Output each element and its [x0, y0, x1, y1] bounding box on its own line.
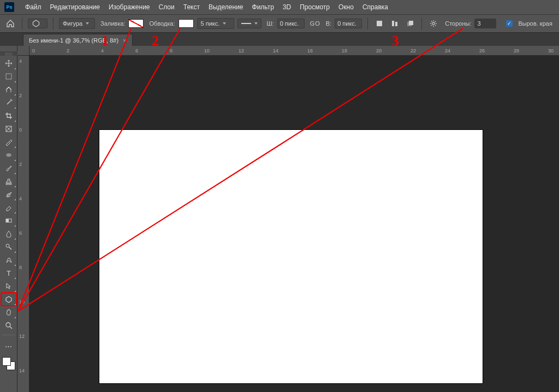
align-edges-checkbox[interactable]: ✓	[506, 20, 513, 27]
frame-tool[interactable]	[1, 122, 16, 135]
path-arrange-icon[interactable]	[404, 17, 416, 29]
healing-tool[interactable]	[1, 149, 16, 162]
svg-line-13	[431, 25, 432, 26]
gradient-tool[interactable]	[1, 214, 16, 227]
sides-field[interactable]: 3	[474, 19, 496, 28]
ruler-origin[interactable]	[17, 46, 29, 56]
stroke-swatch[interactable]	[179, 19, 194, 28]
toolbox: T ⋯	[0, 46, 17, 392]
marquee-tool[interactable]	[1, 70, 16, 83]
ruler-vertical[interactable]: 4202468101214	[17, 56, 29, 392]
svg-line-32	[10, 326, 12, 329]
path-select-tool[interactable]	[1, 280, 16, 293]
shape-mode-label: Фигура	[63, 20, 82, 27]
stroke-style-dropdown[interactable]	[237, 19, 261, 28]
svg-rect-1	[377, 21, 382, 26]
menu-text[interactable]: Текст	[179, 1, 204, 13]
svg-rect-2	[392, 21, 394, 26]
document-tab-title: Без имени-1 @ 36,7% (RGB, 8#)	[29, 37, 118, 44]
menu-window[interactable]: Окно	[334, 1, 358, 13]
svg-line-11	[431, 21, 432, 22]
eraser-tool[interactable]	[1, 201, 16, 214]
sides-label: Стороны:	[445, 20, 471, 27]
menu-image[interactable]: Изображение	[104, 1, 154, 13]
foreground-color[interactable]	[2, 357, 11, 366]
shape-mode-dropdown[interactable]: Фигура	[59, 18, 95, 29]
home-icon[interactable]	[4, 17, 16, 29]
width-label: Ш:	[267, 20, 274, 27]
menu-filter[interactable]: Фильтр	[248, 1, 278, 13]
width-field[interactable]: 0 пикс.	[277, 19, 305, 28]
stroke-width-value: 5 пикс.	[201, 20, 220, 27]
fill-label: Заливка:	[100, 20, 125, 27]
path-align-icon[interactable]	[389, 17, 401, 29]
crop-tool[interactable]	[1, 109, 16, 122]
stamp-tool[interactable]	[1, 175, 16, 188]
svg-line-16	[7, 101, 10, 104]
options-bar: Фигура Заливка: Обводка: 5 пикс. Ш: 0 пи…	[0, 14, 559, 33]
svg-point-27	[6, 244, 9, 247]
canvas[interactable]	[99, 130, 483, 383]
path-operations-icon[interactable]	[373, 17, 385, 29]
move-tool[interactable]	[1, 57, 16, 70]
stroke-width-dropdown[interactable]: 5 пикс.	[197, 18, 234, 29]
blur-tool[interactable]	[1, 227, 16, 240]
fill-swatch[interactable]	[128, 19, 144, 28]
svg-line-12	[435, 25, 436, 26]
svg-text:T: T	[7, 269, 11, 277]
menu-help[interactable]: Справка	[358, 1, 393, 13]
toolbox-grip[interactable]	[0, 51, 17, 56]
svg-point-31	[6, 323, 10, 327]
polygon-shape-tool[interactable]	[1, 293, 16, 306]
ruler-horizontal[interactable]: 024681012141618202224262830	[29, 46, 559, 56]
color-swatches[interactable]	[2, 357, 15, 370]
close-icon[interactable]: ×	[123, 37, 126, 44]
history-brush-tool[interactable]	[1, 188, 16, 201]
svg-line-14	[435, 21, 436, 22]
menu-file[interactable]: Файл	[21, 1, 46, 13]
stroke-line-preview	[241, 23, 251, 24]
svg-rect-26	[6, 219, 9, 222]
lasso-tool[interactable]	[1, 83, 16, 96]
svg-point-17	[10, 100, 11, 101]
canvas-viewport[interactable]	[29, 56, 559, 392]
stroke-label: Обводка:	[149, 20, 175, 27]
type-tool[interactable]: T	[1, 266, 16, 280]
magic-wand-tool[interactable]	[1, 96, 16, 109]
svg-marker-30	[6, 296, 11, 302]
svg-line-28	[9, 247, 11, 250]
edit-toolbar-icon[interactable]: ⋯	[1, 340, 16, 353]
menu-3d[interactable]: 3D	[278, 1, 295, 13]
svg-point-6	[432, 22, 435, 25]
zoom-tool[interactable]	[1, 319, 16, 332]
app-logo[interactable]: Ps	[4, 2, 14, 12]
align-edges-label: Выров. края	[518, 20, 552, 27]
gear-icon[interactable]	[427, 17, 439, 29]
menubar: Ps Файл Редактирование Изображение Слои …	[0, 0, 559, 14]
height-field[interactable]: 0 пикс.	[335, 19, 362, 28]
document-tab[interactable]: Без имени-1 @ 36,7% (RGB, 8#) ×	[23, 34, 133, 46]
workspace: 024681012141618202224262830 420246810121…	[17, 46, 559, 392]
dodge-tool[interactable]	[1, 240, 16, 253]
document-tabs: Без имени-1 @ 36,7% (RGB, 8#) ×	[0, 33, 559, 46]
svg-rect-5	[409, 21, 413, 25]
brush-tool[interactable]	[1, 162, 16, 175]
menu-view[interactable]: Просмотр	[295, 1, 334, 13]
menu-select[interactable]: Выделение	[204, 1, 248, 13]
link-wh-icon[interactable]: GO	[310, 20, 320, 27]
eyedropper-tool[interactable]	[1, 135, 16, 149]
svg-marker-0	[33, 20, 39, 27]
menu-layers[interactable]: Слои	[154, 1, 179, 13]
hand-tool[interactable]	[1, 306, 16, 319]
svg-rect-3	[395, 22, 397, 26]
svg-rect-15	[6, 74, 11, 79]
menu-edit[interactable]: Редактирование	[46, 1, 104, 13]
height-label: В:	[326, 20, 331, 27]
pen-tool[interactable]	[1, 253, 16, 266]
tool-preset-icon[interactable]	[28, 19, 47, 28]
